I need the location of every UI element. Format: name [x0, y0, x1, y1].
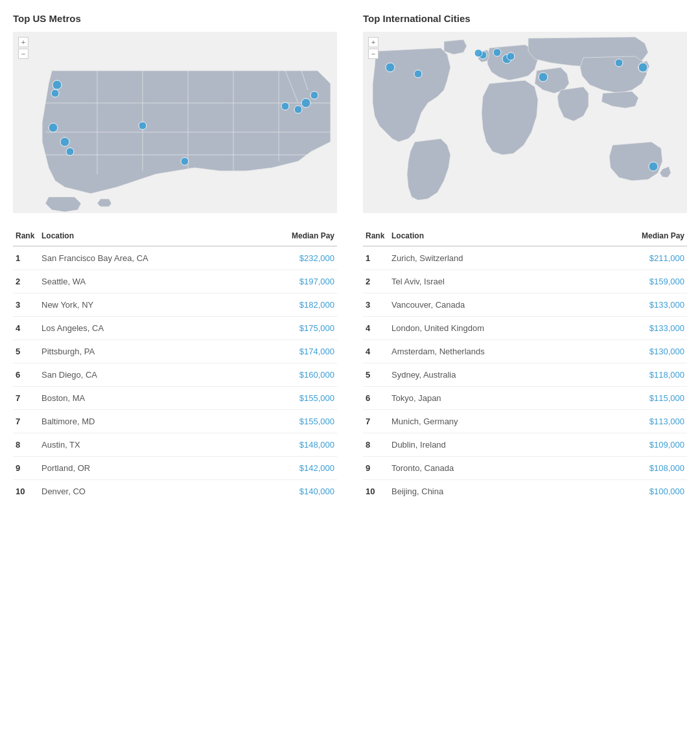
us-row-rank: 10	[13, 480, 39, 503]
intl-row-pay: $115,000	[589, 387, 687, 410]
us-row-rank: 5	[13, 340, 39, 363]
us-row-location: Austin, TX	[39, 433, 248, 457]
intl-table-row: 4 Amsterdam, Netherlands $130,000	[363, 340, 687, 363]
intl-table-row: 8 Dublin, Ireland $109,000	[363, 433, 687, 457]
us-row-location: Boston, MA	[39, 387, 248, 410]
us-dot-pittsburgh	[281, 102, 289, 110]
us-row-rank: 8	[13, 433, 39, 457]
us-table-row: 8 Austin, TX $148,000	[13, 433, 337, 457]
intl-table-row: 10 Beijing, China $100,000	[363, 480, 687, 503]
us-dot-ny	[301, 98, 310, 108]
intl-row-rank: 4	[363, 317, 389, 340]
us-row-pay: $182,000	[248, 293, 337, 317]
main-container: Top US Metros + −	[13, 13, 687, 503]
us-table-row: 2 Seattle, WA $197,000	[13, 270, 337, 293]
us-row-pay: $197,000	[248, 270, 337, 293]
intl-row-rank: 2	[363, 270, 389, 293]
intl-row-pay: $130,000	[589, 340, 687, 363]
world-zoom-in-button[interactable]: +	[368, 37, 379, 47]
us-dot-baltimore	[294, 106, 302, 113]
world-dot-dublin	[474, 49, 482, 57]
us-table-row: 10 Denver, CO $140,000	[13, 480, 337, 503]
us-header-location: Location	[39, 226, 248, 246]
us-header-pay: Median Pay	[248, 226, 337, 246]
world-map-controls: + −	[368, 37, 379, 59]
world-map-container: + −	[363, 32, 687, 213]
intl-table-row: 7 Munich, Germany $113,000	[363, 410, 687, 433]
intl-row-rank: 1	[363, 246, 389, 270]
us-row-location: San Francisco Bay Area, CA	[39, 246, 248, 270]
intl-row-location: Munich, Germany	[389, 410, 589, 433]
world-dot-telaviv	[539, 73, 548, 82]
us-row-pay: $232,000	[248, 246, 337, 270]
us-row-pay: $140,000	[248, 480, 337, 503]
intl-table-row: 3 Vancouver, Canada $133,000	[363, 293, 687, 317]
intl-table-row: 6 Tokyo, Japan $115,000	[363, 387, 687, 410]
intl-row-rank: 10	[363, 480, 389, 503]
world-dot-munich	[507, 52, 515, 60]
world-dot-tokyo	[638, 63, 648, 72]
intl-table-row: 4 London, United Kingdom $133,000	[363, 317, 687, 340]
intl-row-location: Zurich, Switzerland	[389, 246, 589, 270]
us-row-rank: 2	[13, 270, 39, 293]
intl-table-row: 2 Tel Aviv, Israel $159,000	[363, 270, 687, 293]
us-row-pay: $160,000	[248, 363, 337, 387]
us-row-location: Los Angeles, CA	[39, 317, 248, 340]
intl-cities-panel: Top International Cities + −	[363, 13, 687, 503]
intl-table-header-row: Rank Location Median Pay	[363, 226, 687, 246]
intl-row-location: Dublin, Ireland	[389, 433, 589, 457]
us-metros-title: Top US Metros	[13, 13, 337, 24]
world-dot-beijing	[615, 59, 623, 67]
us-row-location: Baltimore, MD	[39, 410, 248, 433]
us-row-pay: $174,000	[248, 340, 337, 363]
us-table-row: 4 Los Angeles, CA $175,000	[13, 317, 337, 340]
us-dot-boston	[310, 91, 318, 99]
intl-row-location: Beijing, China	[389, 480, 589, 503]
intl-row-location: Amsterdam, Netherlands	[389, 340, 589, 363]
us-zoom-out-button[interactable]: −	[18, 49, 29, 59]
intl-row-rank: 7	[363, 410, 389, 433]
us-row-location: Denver, CO	[39, 480, 248, 503]
us-dot-la	[60, 137, 69, 146]
us-dot-seattle	[52, 80, 62, 89]
world-dot-vancouver	[386, 63, 395, 72]
intl-header-location: Location	[389, 226, 589, 246]
us-row-pay: $148,000	[248, 433, 337, 457]
intl-row-pay: $133,000	[589, 293, 687, 317]
intl-table-row: 9 Toronto, Canada $108,000	[363, 457, 687, 480]
world-dot-amsterdam	[493, 49, 501, 56]
us-metros-table: Rank Location Median Pay 1 San Francisco…	[13, 226, 337, 503]
us-table-row: 9 Portland, OR $142,000	[13, 457, 337, 480]
world-zoom-out-button[interactable]: −	[368, 49, 379, 59]
intl-table-row: 1 Zurich, Switzerland $211,000	[363, 246, 687, 270]
us-table-row: 5 Pittsburgh, PA $174,000	[13, 340, 337, 363]
intl-row-pay: $133,000	[589, 317, 687, 340]
us-dot-sandiego	[66, 148, 74, 155]
us-row-location: Seattle, WA	[39, 270, 248, 293]
us-zoom-in-button[interactable]: +	[18, 37, 29, 47]
intl-row-rank: 6	[363, 387, 389, 410]
us-table-row: 7 Baltimore, MD $155,000	[13, 410, 337, 433]
world-dot-toronto	[414, 70, 422, 78]
us-row-location: San Diego, CA	[39, 363, 248, 387]
us-row-rank: 3	[13, 293, 39, 317]
intl-row-location: Tel Aviv, Israel	[389, 270, 589, 293]
us-row-rank: 7	[13, 410, 39, 433]
us-row-pay: $175,000	[248, 317, 337, 340]
intl-table-row: 5 Sydney, Australia $118,000	[363, 363, 687, 387]
intl-row-pay: $211,000	[589, 246, 687, 270]
intl-row-location: London, United Kingdom	[389, 317, 589, 340]
us-row-pay: $155,000	[248, 410, 337, 433]
world-map-svg	[363, 32, 687, 213]
intl-row-pay: $118,000	[589, 363, 687, 387]
intl-row-rank: 8	[363, 433, 389, 457]
world-dot-sydney	[649, 162, 658, 171]
intl-row-rank: 5	[363, 363, 389, 387]
us-dot-denver	[139, 122, 146, 130]
intl-row-rank: 4	[363, 340, 389, 363]
intl-row-location: Toronto, Canada	[389, 457, 589, 480]
us-row-rank: 9	[13, 457, 39, 480]
intl-row-pay: $100,000	[589, 480, 687, 503]
us-row-location: Portland, OR	[39, 457, 248, 480]
us-dot-austin	[181, 157, 189, 165]
